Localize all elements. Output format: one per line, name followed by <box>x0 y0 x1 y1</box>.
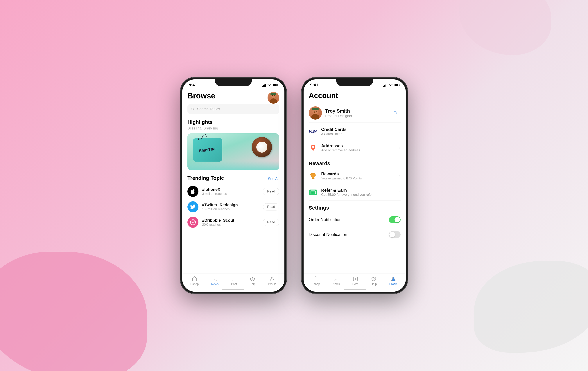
nav-label-post-account: Post <box>352 282 358 286</box>
battery-icon-account <box>394 84 399 86</box>
highlights-subtitle: BlissThai Branding <box>188 126 279 130</box>
news-icon-active <box>212 276 218 282</box>
twitter-icon <box>188 201 199 212</box>
profile-role: Product Designer <box>325 114 390 118</box>
profile-icon-browse <box>269 276 275 282</box>
discount-notification-toggle[interactable] <box>389 231 400 238</box>
trend-info-2: #Dribbble_Scout 20K reaches <box>202 218 259 227</box>
refer-icon <box>309 188 317 197</box>
svg-rect-25 <box>312 178 315 179</box>
nav-post-browse[interactable]: Post <box>231 276 237 286</box>
profile-avatar <box>309 106 322 120</box>
signal-icon-account <box>383 83 387 87</box>
wifi-icon-account <box>389 84 392 86</box>
help-icon-account <box>371 276 377 282</box>
see-all-button[interactable]: See All <box>268 177 279 181</box>
nav-eshop-browse[interactable]: Eshop <box>190 276 199 286</box>
nav-label-profile-account: Profile <box>389 282 398 286</box>
account-content: Account <box>304 90 406 275</box>
refer-earn-info: Refer & Earn Get $5.00 for every friend … <box>321 188 396 197</box>
profile-row: Troy Smith Product Designer Edit <box>309 103 400 123</box>
status-icons-browse <box>262 83 278 87</box>
notch-account <box>336 79 373 86</box>
wifi-icon <box>268 84 271 86</box>
chevron-addresses: › <box>399 145 400 150</box>
read-button-0[interactable]: Read <box>263 188 279 195</box>
read-button-1[interactable]: Read <box>263 203 279 210</box>
order-notification-row: Order Notification <box>309 212 400 227</box>
nav-help-browse[interactable]: Help <box>250 276 256 286</box>
avatar-button[interactable] <box>268 92 279 103</box>
discount-notification-row: Discount Notification <box>309 227 400 242</box>
svg-rect-10 <box>193 278 197 281</box>
nav-label-help-browse: Help <box>250 282 256 286</box>
phone-browse-screen: 9:41 <box>182 79 284 292</box>
settings-section-title: Settings <box>309 205 400 211</box>
trend-reach-1: 1.4 million reaches <box>202 207 259 211</box>
trend-name-1: #Twitter_Redesign <box>202 203 259 207</box>
search-bar[interactable]: Search Topics <box>188 104 279 114</box>
rewards-title: Rewards <box>321 172 396 176</box>
nav-eshop-account[interactable]: Eshop <box>312 276 320 286</box>
trend-item-0: #IphoneX 3 million reaches Read <box>188 186 279 197</box>
card-teal-shape: BlissThai <box>193 138 222 162</box>
highlight-card[interactable]: BlissThai <box>188 133 279 170</box>
nav-profile-account[interactable]: Profile <box>389 276 398 286</box>
svg-point-23 <box>312 146 314 148</box>
toggle-thumb-discount <box>389 232 395 237</box>
chevron-credit-cards: › <box>399 129 400 134</box>
dribbble-icon <box>188 217 199 228</box>
trending-header: Trending Topic See All <box>188 175 279 182</box>
refer-earn-item[interactable]: Refer & Earn Get $5.00 for every friend … <box>309 184 400 201</box>
nav-post-account[interactable]: Post <box>352 276 358 286</box>
nav-label-news-account: News <box>332 282 340 286</box>
nav-label-news-browse: News <box>211 282 219 286</box>
svg-rect-30 <box>314 278 318 281</box>
nav-help-account[interactable]: Help <box>371 276 377 286</box>
trend-name-2: #Dribbble_Scout <box>202 218 259 223</box>
trending-title: Trending Topic <box>188 175 224 181</box>
coconut-illustration <box>252 137 276 161</box>
rewards-section-title: Rewards <box>309 161 400 166</box>
credit-cards-info: Credit Cards 3 Cards linked <box>321 127 396 136</box>
nav-label-eshop-browse: Eshop <box>190 282 199 286</box>
addresses-item[interactable]: Addresses Add or remove an address › <box>309 140 400 156</box>
nav-news-account[interactable]: News <box>332 276 340 286</box>
help-icon <box>250 276 255 282</box>
credit-cards-item[interactable]: VISA Credit Cards 3 Cards linked › <box>309 124 400 140</box>
svg-point-33 <box>374 280 374 280</box>
blissthai-text: BlissThai <box>199 146 217 153</box>
notch <box>215 79 252 86</box>
phone-browse: 9:41 <box>180 77 287 294</box>
svg-point-6 <box>272 95 273 96</box>
avatar-image <box>268 92 279 103</box>
browse-title: Browse <box>188 92 279 100</box>
svg-point-2 <box>270 98 277 103</box>
credit-card-icon: VISA <box>309 127 317 136</box>
nav-label-eshop-account: Eshop <box>312 282 320 286</box>
battery-icon <box>273 84 278 86</box>
time-account: 9:41 <box>310 83 318 87</box>
nav-news-browse[interactable]: News <box>211 276 219 286</box>
svg-point-9 <box>190 220 196 225</box>
credit-cards-title: Credit Cards <box>321 127 396 132</box>
home-indicator-browse <box>222 289 244 290</box>
svg-point-13 <box>252 280 253 280</box>
rewards-item[interactable]: Rewards You've Earned 8,876 Points › <box>309 168 400 184</box>
highlight-inner: BlissThai <box>188 133 279 170</box>
discount-notification-label: Discount Notification <box>309 232 347 237</box>
order-notification-toggle[interactable] <box>389 216 400 223</box>
svg-point-8 <box>192 108 194 110</box>
shop-icon <box>192 276 198 282</box>
read-button-2[interactable]: Read <box>263 219 279 226</box>
account-title: Account <box>309 92 400 100</box>
toggle-thumb-order <box>395 217 400 222</box>
edit-button[interactable]: Edit <box>394 111 400 115</box>
order-notification-label: Order Notification <box>309 217 342 222</box>
chevron-rewards: › <box>399 174 400 178</box>
nav-label-profile-browse: Profile <box>268 282 276 286</box>
profile-name: Troy Smith <box>325 108 390 114</box>
time-browse: 9:41 <box>189 83 197 87</box>
nav-profile-browse[interactable]: Profile <box>268 276 276 286</box>
highlight-wave <box>188 161 279 170</box>
